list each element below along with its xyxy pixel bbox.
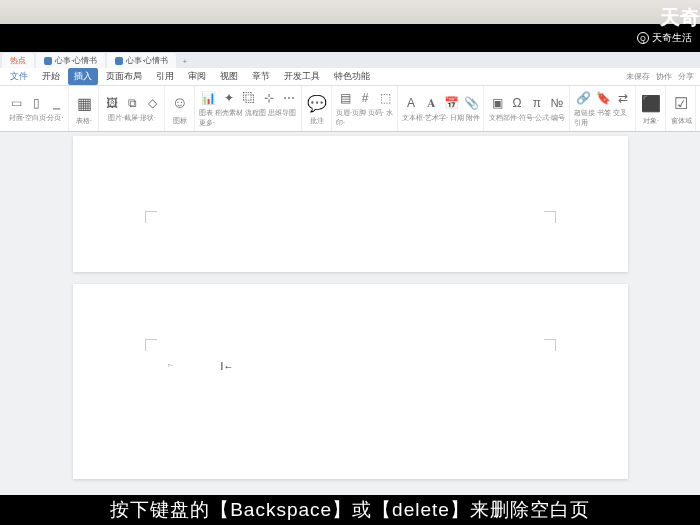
margin-mark-icon [544, 211, 556, 223]
window-titlebar [0, 0, 700, 24]
ribbon-group-header: ▤ # ⬚ 页眉·页脚 页码· 水印· [333, 86, 398, 131]
cover-icon[interactable]: ▭ [7, 94, 25, 112]
menu-insert[interactable]: 插入 [68, 68, 98, 85]
symbol-icon[interactable]: Ω [508, 94, 526, 112]
ribbon-table[interactable]: ▦ 表格· [70, 86, 99, 131]
material-icon[interactable]: ✦ [220, 89, 238, 107]
tab-hot[interactable]: 热点 [2, 53, 34, 68]
menu-view[interactable]: 视图 [214, 68, 244, 85]
ribbon-group-smart: 📊 ✦ ⿻ ⊹ ⋯ 图表 稻壳素材 流程图 思维导图 更多· [196, 86, 302, 131]
ribbon-object[interactable]: ⬛ 对象· [637, 86, 666, 131]
menu-file[interactable]: 文件 [4, 68, 34, 85]
margin-mark-icon [544, 339, 556, 351]
crossref-icon[interactable]: ⇄ [614, 89, 632, 107]
hyperlink-icon[interactable]: 🔗 [574, 89, 592, 107]
tab-doc2[interactable]: 心事·心情书 [107, 53, 176, 68]
attach-icon[interactable]: 📎 [462, 94, 480, 112]
share-label[interactable]: 分享 [678, 71, 694, 82]
menu-ref[interactable]: 引用 [150, 68, 180, 85]
mindmap-icon[interactable]: ⊹ [260, 89, 278, 107]
ribbon-group-link: 🔗 🔖 ⇄ 超链接 书签 交叉引用 [571, 86, 636, 131]
magnify-icon: Q [637, 32, 649, 44]
margin-mark-icon [145, 339, 157, 351]
pagenum-icon[interactable]: # [356, 89, 374, 107]
ribbon-form[interactable]: ☑ 窗体域 [667, 86, 696, 131]
ribbon-icon[interactable]: ☺ 图标 [166, 86, 195, 131]
collab-label[interactable]: 协作 [656, 71, 672, 82]
watermark-big: 天奇 [660, 4, 700, 31]
blankpage-icon[interactable]: ▯ [27, 94, 45, 112]
ribbon-group-text: A 𝐀 📅 📎 文本框·艺术字· 日期 附件 [399, 86, 484, 131]
wordart-icon[interactable]: 𝐀 [422, 94, 440, 112]
object-icon: ⬛ [640, 91, 662, 115]
icons-icon: ☺ [169, 91, 191, 115]
paragraph-icon: ▫· [168, 360, 174, 370]
comment-icon: 💬 [306, 91, 328, 115]
document-workspace[interactable]: ▫· I← [0, 132, 700, 495]
tab-add[interactable]: + [176, 55, 193, 68]
picture-icon[interactable]: 🖼 [103, 94, 121, 112]
menu-bar: 文件 开始 插入 页面布局 引用 审阅 视图 章节 开发工具 特色功能 未保存 … [0, 68, 700, 86]
unsaved-label[interactable]: 未保存 [626, 71, 650, 82]
tab-doc1[interactable]: 心事·心情书 [36, 53, 105, 68]
chart-icon[interactable]: 📊 [200, 89, 218, 107]
menu-layout[interactable]: 页面布局 [100, 68, 148, 85]
watermark-small: Q 天奇生活 [637, 31, 692, 45]
equation-icon[interactable]: π [528, 94, 546, 112]
watermark-icon[interactable]: ⬚ [376, 89, 394, 107]
document-page-2[interactable]: ▫· I← [73, 284, 628, 479]
ribbon-group-symbol: ▣ Ω π № 文档部件·符号·公式·编号 [485, 86, 570, 131]
menu-special[interactable]: 特色功能 [328, 68, 376, 85]
headerfooter-icon[interactable]: ▤ [336, 89, 354, 107]
screenshot-icon[interactable]: ⧉ [123, 94, 141, 112]
menu-right: 未保存 协作 分享 [626, 71, 694, 82]
textbox-icon[interactable]: A [402, 94, 420, 112]
menu-section[interactable]: 章节 [246, 68, 276, 85]
document-tabs: 热点 心事·心情书 心事·心情书 + [0, 52, 700, 68]
ribbon-group-media: 🖼 ⧉ ◇ 图片·截屏·形状· [100, 86, 165, 131]
ribbon-comment[interactable]: 💬 批注 [303, 86, 332, 131]
docparts-icon[interactable]: ▣ [488, 94, 506, 112]
watermark-text: 天奇生活 [652, 31, 692, 45]
document-page-1[interactable] [73, 136, 628, 272]
menu-review[interactable]: 审阅 [182, 68, 212, 85]
number-icon[interactable]: № [548, 94, 566, 112]
menu-start[interactable]: 开始 [36, 68, 66, 85]
video-caption: 按下键盘的【Backspace】或【delete】来删除空白页 [0, 495, 700, 525]
shape-icon[interactable]: ◇ [143, 94, 161, 112]
pagebreak-icon[interactable]: ⎯ [47, 94, 65, 112]
form-icon: ☑ [670, 91, 692, 115]
table-icon: ▦ [73, 91, 95, 115]
ribbon-group-pages: ▭ ▯ ⎯ 封面·空白页·分页· [4, 86, 69, 131]
ribbon-toolbar: ▭ ▯ ⎯ 封面·空白页·分页· ▦ 表格· 🖼 ⧉ ◇ 图片·截屏·形状· ☺… [0, 86, 700, 132]
bookmark-icon[interactable]: 🔖 [594, 89, 612, 107]
word-icon [44, 57, 52, 65]
more-icon[interactable]: ⋯ [280, 89, 298, 107]
word-icon [115, 57, 123, 65]
date-icon[interactable]: 📅 [442, 94, 460, 112]
menu-tools[interactable]: 开发工具 [278, 68, 326, 85]
video-overlay-top: 天奇 Q 天奇生活 [0, 24, 700, 52]
flowchart-icon[interactable]: ⿻ [240, 89, 258, 107]
margin-mark-icon [145, 211, 157, 223]
text-cursor: I← [221, 361, 234, 372]
